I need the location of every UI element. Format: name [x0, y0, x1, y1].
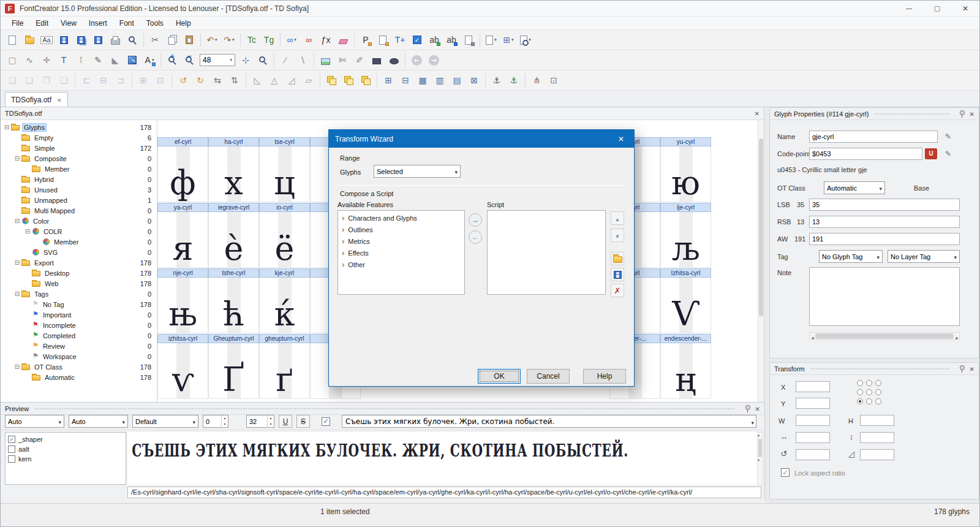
menu-font[interactable]: Font: [113, 18, 140, 29]
tree-item-completed[interactable]: ⚑Completed0: [1, 330, 157, 341]
glyph-metrics-icon[interactable]: [461, 32, 477, 48]
glyph-cell-izhitsa-cyrl[interactable]: izhitsa-cyrlѵ: [157, 334, 208, 399]
grid-vertical-scrollbar[interactable]: [758, 120, 764, 402]
name-input[interactable]: [809, 131, 938, 143]
export-settings-icon[interactable]: [375, 32, 391, 48]
glyph-cell-endescender-[interactable]: endescender-...ң: [660, 334, 711, 399]
tree-expander-icon[interactable]: ⊟: [3, 124, 10, 131]
autonaming-icon[interactable]: ab: [443, 32, 459, 48]
eraser-icon[interactable]: [335, 32, 351, 48]
save-all-icon[interactable]: [73, 32, 89, 48]
cancel-button[interactable]: Cancel: [527, 369, 570, 384]
otclass-select[interactable]: Automatic: [824, 181, 885, 194]
new-font-icon[interactable]: [4, 32, 20, 48]
skew-right-icon[interactable]: ◿: [284, 72, 300, 88]
checkbox[interactable]: [8, 445, 15, 453]
preview-feature-kern[interactable]: kern: [8, 454, 123, 464]
chevron-right-icon[interactable]: ›: [342, 213, 344, 222]
print-preview-icon[interactable]: ▾: [518, 32, 533, 48]
ok-button[interactable]: OK: [478, 369, 521, 384]
union-contours-icon[interactable]: [323, 72, 339, 88]
zoom-out-icon[interactable]: [181, 52, 197, 68]
scrollbar-thumb[interactable]: [758, 439, 762, 457]
glyph-rows-view-icon[interactable]: ⊟: [398, 72, 413, 88]
menu-tools[interactable]: Tools: [140, 18, 170, 29]
exclude-contours-icon[interactable]: [358, 72, 374, 88]
preview-options-checkbox[interactable]: [322, 417, 330, 426]
draw-tool-icon[interactable]: ✎: [90, 52, 106, 68]
fill-tool-icon[interactable]: ◣: [107, 52, 123, 68]
glyph-cell-ef-cyrl[interactable]: ef-cyrlф: [157, 137, 208, 202]
clear-script-button[interactable]: [611, 284, 624, 297]
split-cells-icon[interactable]: ▥: [432, 72, 448, 88]
glyph-cell-tse-cyrl[interactable]: tse-cyrlц: [259, 137, 310, 202]
zoom-level-combo[interactable]: 48▾: [200, 54, 235, 66]
letter-spacing-spinner[interactable]: 0: [203, 415, 228, 428]
glyph-cell-iegrave-cyrl[interactable]: iegrave-cyrlѐ: [208, 203, 259, 268]
tree-item-tags[interactable]: ⊟Tags0: [1, 289, 157, 299]
tree-item-desktop[interactable]: Desktop178: [1, 268, 157, 278]
tree-item-review[interactable]: ⚑Review0: [1, 341, 157, 351]
tree-item-multi-mapped[interactable]: Multi Mapped0: [1, 205, 157, 216]
spin-up-icon[interactable]: [268, 415, 274, 422]
formula-icon[interactable]: ƒx: [318, 32, 334, 48]
tree-item-export[interactable]: ⊟Export178: [1, 257, 157, 268]
zoom-glyph-icon[interactable]: [255, 52, 271, 68]
kerning-view-icon[interactable]: ⊠: [466, 72, 482, 88]
lsb-input[interactable]: [809, 199, 960, 211]
skew-left-icon[interactable]: ◺: [249, 72, 265, 88]
pin-icon[interactable]: [744, 405, 751, 412]
spin-up-icon[interactable]: [222, 415, 228, 422]
hand-tool-icon[interactable]: ✛: [39, 52, 55, 68]
tree-item-colr[interactable]: ⊟COLR0: [1, 226, 157, 237]
slant-guide-left-icon[interactable]: ∕: [277, 52, 293, 68]
insert-rectangle-icon[interactable]: [369, 52, 385, 68]
glyph-cell-kje-cyrl[interactable]: kje-cyrlќ: [259, 268, 310, 333]
dialog-feature-metrics[interactable]: ›Metrics: [338, 235, 464, 247]
note-textarea[interactable]: [809, 267, 960, 326]
tree-item-member[interactable]: Member0: [1, 237, 157, 247]
chevron-down-icon[interactable]: [751, 416, 754, 427]
intersect-contours-icon[interactable]: [341, 72, 356, 88]
anchor-radio-0[interactable]: [857, 380, 863, 386]
skew-input[interactable]: [860, 449, 894, 460]
glyph-overview-icon[interactable]: Aa: [39, 32, 55, 48]
menu-file[interactable]: File: [6, 18, 29, 29]
tree-item-web[interactable]: Web178: [1, 278, 157, 289]
glyph-grid-view-icon[interactable]: ⊞: [380, 72, 396, 88]
tree-expander-icon[interactable]: ⊟: [24, 228, 31, 235]
tree-expander-icon[interactable]: ⊟: [13, 155, 21, 162]
copy-icon[interactable]: [164, 32, 180, 48]
contour-fill-icon[interactable]: [124, 52, 140, 68]
contour-pencil-icon[interactable]: ✐: [352, 52, 368, 68]
strikethrough-button[interactable]: S: [296, 415, 310, 428]
print-icon[interactable]: [107, 32, 123, 48]
scroll-left-icon[interactable]: [810, 331, 815, 342]
lock-aspect-checkbox[interactable]: [781, 468, 790, 477]
slant-guide-right-icon[interactable]: ∖: [295, 52, 311, 68]
anchor-radio-8[interactable]: [875, 398, 881, 404]
add-to-script-button[interactable]: [469, 213, 482, 227]
glyph-path-bar[interactable]: /Es-cyrl/signhard-cyrl/ie-cyrl/sha-cyrl/…: [127, 487, 761, 498]
anchor-radio-7[interactable]: [866, 398, 872, 404]
spin-down-icon[interactable]: [222, 422, 228, 428]
anchor-radio-1[interactable]: [866, 380, 872, 386]
shaper-select[interactable]: Auto: [5, 415, 64, 428]
expand-view-icon[interactable]: ⊡: [546, 72, 562, 88]
preview-feature-aalt[interactable]: aalt: [8, 444, 123, 454]
tree-item-no-tag[interactable]: ⚑No Tag178: [1, 299, 157, 309]
scroll-up-icon[interactable]: [758, 433, 763, 438]
preview-vertical-scrollbar[interactable]: [757, 432, 763, 485]
measure-tool-icon[interactable]: ⊺: [73, 52, 89, 68]
language-select[interactable]: Default: [132, 415, 198, 428]
fit-height-input[interactable]: [860, 432, 894, 443]
dialog-feature-outlines[interactable]: ›Outlines: [338, 224, 464, 235]
tree-item-automatic[interactable]: Automatic178: [1, 372, 157, 382]
tree-item-hybrid[interactable]: Hybrid0: [1, 174, 157, 184]
chevron-right-icon[interactable]: ›: [342, 260, 344, 269]
undo-icon[interactable]: ↶▾: [204, 32, 220, 48]
open-script-button[interactable]: [611, 252, 624, 265]
anchor-radio-4[interactable]: [866, 389, 872, 395]
related-glyphs-icon[interactable]: ⋔: [529, 72, 545, 88]
find-icon[interactable]: [124, 32, 140, 48]
